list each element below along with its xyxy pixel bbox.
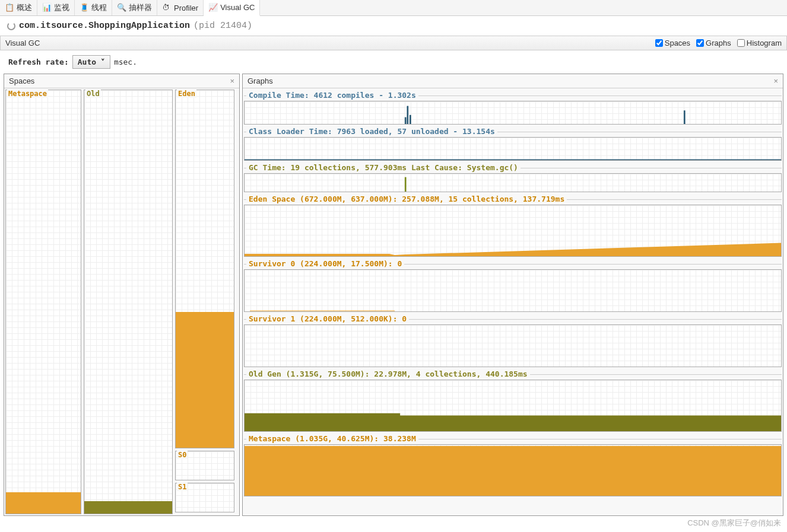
graphs-panel-title: Graphs <box>247 77 273 85</box>
space-eden-fill <box>176 312 234 448</box>
title-row: com.itsource.ShoppingApplication (pid 21… <box>0 16 787 36</box>
tab-monitor[interactable]: 📊监视 <box>37 0 75 15</box>
graph-classloader <box>244 137 782 161</box>
checkbox-histogram[interactable]: Histogram <box>737 39 782 47</box>
refresh-select[interactable]: Auto ˅ <box>72 55 110 69</box>
graph-s1-title: Survivor 1 (224.000M, 512.000K): 0 <box>246 314 409 323</box>
graph-eden <box>244 205 782 257</box>
options-title: Visual GC <box>5 39 649 47</box>
space-s0-label: S0 <box>177 451 188 459</box>
space-old-label: Old <box>85 90 101 98</box>
app-pid: (pid 21404) <box>193 21 252 31</box>
main-area: Spaces × Metaspace Old Eden S0 S1 Graphs… <box>0 74 787 520</box>
refresh-label: Refresh rate: <box>8 58 69 66</box>
threads-icon: 🧵 <box>80 3 89 12</box>
graph-compile-title: Compile Time: 4612 compiles - 1.302s <box>246 91 418 100</box>
tab-profiler[interactable]: ⏱Profiler <box>157 0 204 15</box>
tab-visual-gc[interactable]: 📈Visual GC <box>204 0 260 16</box>
tab-sampler[interactable]: 🔍抽样器 <box>112 0 157 15</box>
graph-s0-title: Survivor 0 (224.000M, 17.500M): 0 <box>246 259 404 268</box>
spaces-panel-title: Spaces <box>9 77 34 85</box>
svg-rect-4 <box>245 160 781 160</box>
space-s1-label: S1 <box>177 483 188 491</box>
overview-icon: 📋 <box>5 3 14 12</box>
space-metaspace-label: Metaspace <box>7 90 48 98</box>
graph-compile <box>244 101 782 125</box>
svg-marker-8 <box>245 413 781 431</box>
profiler-icon: ⏱ <box>162 3 172 12</box>
spaces-panel: Spaces × Metaspace Old Eden S0 S1 <box>4 74 240 516</box>
graph-s1 <box>244 324 782 367</box>
checkbox-spaces[interactable]: Spaces <box>655 39 690 47</box>
tab-overview[interactable]: 📋概述 <box>0 0 37 15</box>
chevron-down-icon: ˅ <box>101 58 105 66</box>
checkbox-graphs[interactable]: Graphs <box>696 39 731 47</box>
space-old-fill <box>84 501 172 514</box>
graph-eden-title: Eden Space (672.000M, 637.000M): 257.088… <box>246 195 567 203</box>
graph-gc <box>244 173 782 192</box>
spinner-icon <box>7 22 15 30</box>
sampler-icon: 🔍 <box>117 3 126 12</box>
close-icon[interactable]: × <box>773 77 778 85</box>
app-title: com.itsource.ShoppingApplication <box>19 21 190 31</box>
monitor-icon: 📊 <box>42 3 52 12</box>
refresh-row: Refresh rate: Auto ˅ msec. <box>0 50 787 74</box>
graphs-panel: Graphs × Compile Time: 4612 compiles - 1… <box>242 74 783 516</box>
visualgc-icon: 📈 <box>208 3 218 12</box>
graph-gc-title: GC Time: 19 collections, 577.903ms Last … <box>246 163 521 172</box>
graph-s0 <box>244 269 782 312</box>
graph-metaspace <box>244 444 782 496</box>
refresh-unit: msec. <box>114 58 137 66</box>
tab-threads[interactable]: 🧵线程 <box>75 0 112 15</box>
close-icon[interactable]: × <box>230 77 234 85</box>
space-eden-label: Eden <box>177 90 196 98</box>
tab-bar: 📋概述 📊监视 🧵线程 🔍抽样器 ⏱Profiler 📈Visual GC <box>0 0 787 16</box>
space-metaspace-fill <box>6 492 81 514</box>
svg-rect-9 <box>245 446 781 496</box>
graph-classloader-title: Class Loader Time: 7963 loaded, 57 unloa… <box>246 127 497 136</box>
options-bar: Visual GC Spaces Graphs Histogram <box>0 36 787 50</box>
graph-oldgen-title: Old Gen (1.315G, 75.500M): 22.978M, 4 co… <box>246 369 530 378</box>
watermark: CSDN @黑家巨子@俏如来 <box>687 518 781 520</box>
graph-metaspace-title: Metaspace (1.035G, 40.625M): 38.238M <box>246 434 418 443</box>
graph-oldgen <box>244 380 782 432</box>
svg-marker-6 <box>245 243 781 256</box>
